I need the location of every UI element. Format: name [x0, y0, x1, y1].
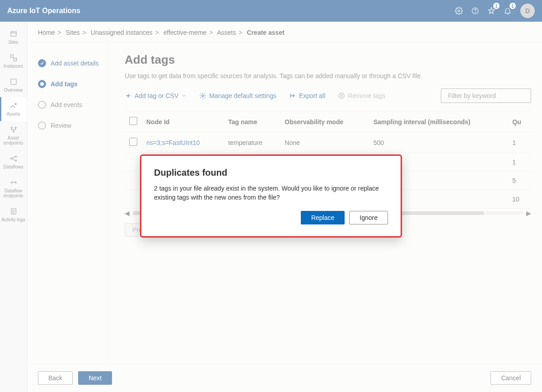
replace-button[interactable]: Replace	[301, 211, 345, 224]
ignore-button[interactable]: Ignore	[349, 211, 388, 224]
modal-overlay: Duplicates found 2 tags in your file alr…	[0, 0, 542, 392]
dialog-title: Duplicates found	[154, 168, 388, 178]
duplicates-dialog: Duplicates found 2 tags in your file alr…	[140, 154, 402, 238]
dialog-body: 2 tags in your file already exist in the…	[154, 184, 388, 202]
